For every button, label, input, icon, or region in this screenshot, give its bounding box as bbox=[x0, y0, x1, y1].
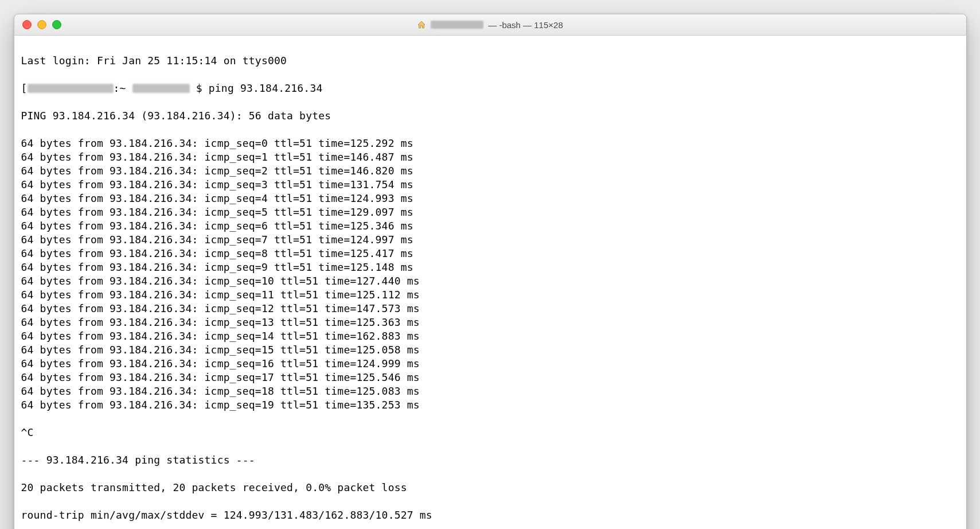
interrupt: ^C bbox=[21, 426, 959, 439]
close-icon[interactable] bbox=[22, 20, 32, 29]
ping-reply-line: 64 bytes from 93.184.216.34: icmp_seq=7 … bbox=[21, 233, 959, 247]
stats-rtt: round-trip min/avg/max/stddev = 124.993/… bbox=[21, 508, 959, 522]
ping-reply-line: 64 bytes from 93.184.216.34: icmp_seq=9 … bbox=[21, 260, 959, 274]
ping-reply-line: 64 bytes from 93.184.216.34: icmp_seq=18… bbox=[21, 384, 959, 398]
terminal-window: — -bash — 115×28 Last login: Fri Jan 25 … bbox=[14, 14, 967, 529]
bracket: [ bbox=[21, 82, 28, 94]
obscured-hostname bbox=[28, 84, 114, 93]
ping-reply-line: 64 bytes from 93.184.216.34: icmp_seq=15… bbox=[21, 343, 959, 357]
ping-header: PING 93.184.216.34 (93.184.216.34): 56 d… bbox=[21, 109, 959, 123]
ping-reply-line: 64 bytes from 93.184.216.34: icmp_seq=17… bbox=[21, 371, 959, 384]
ping-reply-line: 64 bytes from 93.184.216.34: icmp_seq=0 … bbox=[21, 137, 959, 150]
prompt-sep: :~ bbox=[114, 82, 132, 94]
last-login-line: Last login: Fri Jan 25 11:15:14 on ttys0… bbox=[21, 54, 959, 68]
ping-reply-line: 64 bytes from 93.184.216.34: icmp_seq=4 … bbox=[21, 192, 959, 205]
ping-reply-line: 64 bytes from 93.184.216.34: icmp_seq=16… bbox=[21, 357, 959, 371]
ping-reply-line: 64 bytes from 93.184.216.34: icmp_seq=3 … bbox=[21, 178, 959, 192]
ping-reply-line: 64 bytes from 93.184.216.34: icmp_seq=1 … bbox=[21, 150, 959, 164]
ping-reply-line: 64 bytes from 93.184.216.34: icmp_seq=8 … bbox=[21, 247, 959, 260]
prompt-line-1: [:~ $ ping 93.184.216.34 bbox=[21, 81, 959, 95]
ping-reply-line: 64 bytes from 93.184.216.34: icmp_seq=11… bbox=[21, 288, 959, 302]
ping-reply-line: 64 bytes from 93.184.216.34: icmp_seq=2 … bbox=[21, 164, 959, 178]
minimize-icon[interactable] bbox=[37, 20, 46, 29]
stats-header: --- 93.184.216.34 ping statistics --- bbox=[21, 453, 959, 467]
zoom-icon[interactable] bbox=[52, 20, 61, 29]
terminal-body[interactable]: Last login: Fri Jan 25 11:15:14 on ttys0… bbox=[14, 36, 966, 529]
prompt-command: $ ping 93.184.216.34 bbox=[196, 82, 323, 94]
window-title-text: — -bash — 115×28 bbox=[488, 20, 563, 30]
ping-reply-line: 64 bytes from 93.184.216.34: icmp_seq=10… bbox=[21, 274, 959, 288]
window-title: — -bash — 115×28 bbox=[14, 20, 966, 30]
ping-reply-line: 64 bytes from 93.184.216.34: icmp_seq=19… bbox=[21, 398, 959, 412]
obscured-username bbox=[132, 84, 190, 93]
ping-reply-line: 64 bytes from 93.184.216.34: icmp_seq=5 … bbox=[21, 205, 959, 219]
window-controls bbox=[14, 20, 61, 29]
home-icon bbox=[417, 20, 426, 29]
ping-reply-line: 64 bytes from 93.184.216.34: icmp_seq=14… bbox=[21, 329, 959, 343]
stats-packets: 20 packets transmitted, 20 packets recei… bbox=[21, 481, 959, 495]
obscured-username bbox=[431, 21, 483, 29]
ping-reply-line: 64 bytes from 93.184.216.34: icmp_seq=12… bbox=[21, 302, 959, 316]
ping-reply-line: 64 bytes from 93.184.216.34: icmp_seq=6 … bbox=[21, 219, 959, 233]
ping-replies: 64 bytes from 93.184.216.34: icmp_seq=0 … bbox=[21, 137, 959, 412]
ping-reply-line: 64 bytes from 93.184.216.34: icmp_seq=13… bbox=[21, 316, 959, 329]
titlebar[interactable]: — -bash — 115×28 bbox=[14, 14, 966, 36]
